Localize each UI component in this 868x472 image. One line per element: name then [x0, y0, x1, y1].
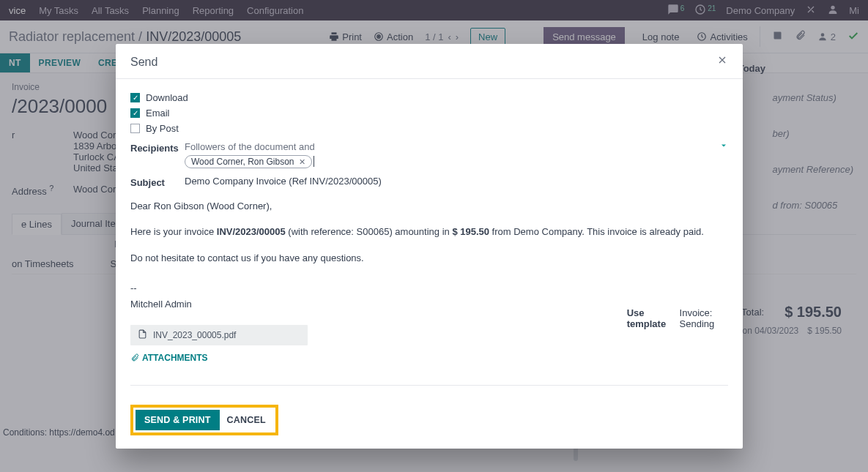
download-label: Download — [146, 92, 188, 103]
bypost-checkbox[interactable] — [130, 124, 140, 133]
attachments-button[interactable]: ATTACHMENTS — [130, 353, 208, 363]
footer-highlight: SEND & PRINT CANCEL — [130, 405, 278, 435]
subject-label: Subject — [130, 176, 171, 188]
cancel-button[interactable]: CANCEL — [220, 410, 273, 430]
use-template-label: Use template — [627, 307, 668, 329]
use-template-value[interactable]: Invoice: Sending — [680, 307, 728, 329]
recipients-label: Recipients — [130, 141, 171, 154]
send-modal: Send ✓ Download ✓ Email By Post Recipien… — [116, 44, 743, 449]
chip-remove-icon[interactable]: ✕ — [299, 157, 305, 167]
email-greeting: Dear Ron Gibson (Wood Corner), — [130, 198, 728, 214]
sig-sep: -- — [130, 280, 728, 296]
bypost-label: By Post — [146, 123, 179, 134]
email-label: Email — [146, 108, 170, 119]
subject-input[interactable]: Demo Company Invoice (Ref INV/2023/00005… — [185, 176, 728, 187]
close-icon[interactable] — [716, 54, 728, 70]
pdf-icon — [138, 329, 147, 341]
attachment-chip[interactable]: INV_2023_00005.pdf — [130, 325, 308, 345]
recipients-lead: Followers of the document and — [185, 141, 315, 152]
modal-title: Send — [130, 56, 157, 69]
email-hesitate: Do not hesitate to contact us if you hav… — [130, 250, 728, 266]
send-print-button[interactable]: SEND & PRINT — [136, 410, 220, 430]
chevron-down-icon[interactable] — [719, 141, 728, 152]
email-checkbox[interactable]: ✓ — [130, 108, 140, 118]
recipient-chip[interactable]: Wood Corner, Ron Gibson ✕ — [185, 155, 312, 168]
email-main-line: Here is your invoice INV/2023/00005 (wit… — [130, 224, 728, 239]
email-body[interactable]: Dear Ron Gibson (Wood Corner), Here is y… — [130, 198, 728, 312]
download-checkbox[interactable]: ✓ — [130, 93, 140, 102]
text-cursor — [314, 156, 314, 167]
